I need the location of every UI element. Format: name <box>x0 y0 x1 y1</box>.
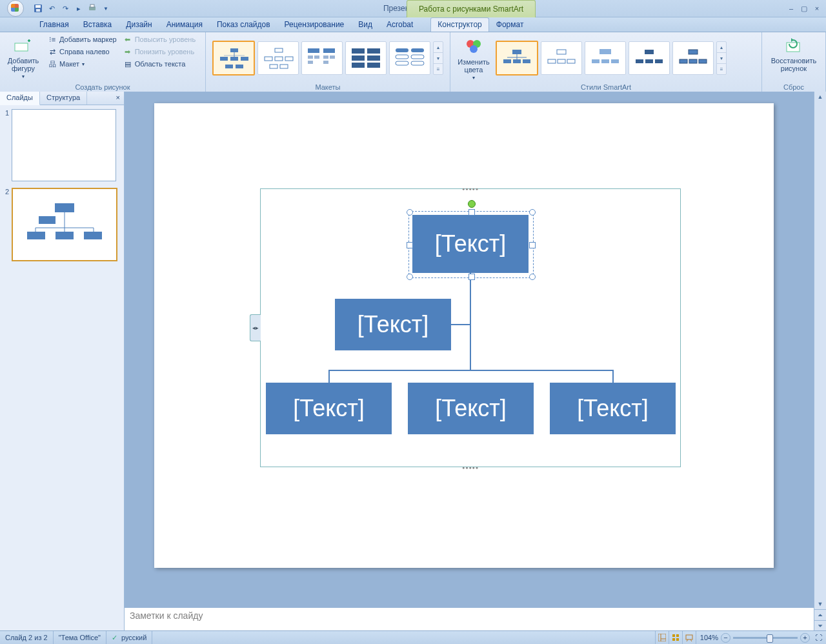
svg-rect-18 <box>270 65 277 68</box>
resize-handle[interactable] <box>407 209 413 216</box>
org-node-child[interactable]: [Текст] <box>408 383 534 434</box>
slide-canvas[interactable]: ◂▸ ●●●●● ●●●●● [Текст] [Текст] [Текст] <box>125 92 814 605</box>
normal-view-icon[interactable] <box>656 631 669 644</box>
next-slide-icon[interactable]: ⏷ <box>814 620 826 631</box>
org-node-child[interactable]: [Текст] <box>266 383 392 434</box>
slide-thumbnail[interactable] <box>12 109 116 181</box>
undo-icon[interactable]: ↶ <box>46 3 57 14</box>
connector <box>328 370 330 384</box>
fit-window-icon[interactable]: ⛶ <box>815 634 822 641</box>
sorter-view-icon[interactable] <box>669 631 683 644</box>
promote-button[interactable]: ⬅Повысить уровень <box>121 34 199 45</box>
add-bullet-button[interactable]: ⁝≡Добавить маркер <box>45 34 119 45</box>
notes-pane[interactable]: Заметки к слайду <box>125 605 814 631</box>
org-node-child[interactable]: [Текст] <box>550 383 676 434</box>
slide-thumbnail[interactable] <box>12 188 117 261</box>
text-pane-toggle[interactable]: ◂▸ <box>250 314 261 341</box>
tab-acrobat[interactable]: Acrobat <box>379 17 420 32</box>
svg-rect-14 <box>275 48 283 52</box>
tab-design[interactable]: Дизайн <box>119 17 159 32</box>
style-gallery-item[interactable] <box>541 41 582 75</box>
zoom-slider[interactable] <box>733 637 798 639</box>
layout-button[interactable]: 品Макет▾ <box>45 58 119 70</box>
svg-rect-33 <box>367 63 380 68</box>
zoom-in-button[interactable]: + <box>800 633 810 643</box>
zoom-out-button[interactable]: − <box>721 633 730 643</box>
style-gallery-item[interactable] <box>496 41 538 75</box>
canvas-area: ◂▸ ●●●●● ●●●●● [Текст] [Текст] [Текст] <box>125 92 814 631</box>
resize-handle[interactable] <box>407 242 413 248</box>
layout-gallery-item[interactable] <box>257 41 299 75</box>
layout-gallery-item[interactable] <box>212 41 255 75</box>
close-button[interactable]: × <box>812 5 822 13</box>
print-preview-icon[interactable] <box>86 3 98 14</box>
tab-review[interactable]: Рецензирование <box>277 17 352 32</box>
svg-rect-57 <box>645 50 654 54</box>
tab-insert[interactable]: Вставка <box>76 17 119 32</box>
group-create-graphic: Добавить фигуру▾ ⁝≡Добавить маркер ⇄Спра… <box>0 32 206 93</box>
tab-animations[interactable]: Анимация <box>159 17 210 32</box>
tab-smartart-design[interactable]: Конструктор <box>430 17 489 32</box>
status-theme: "Тема Office" <box>54 631 106 644</box>
svg-rect-80 <box>676 634 679 637</box>
office-button[interactable] <box>3 0 28 17</box>
resize-handle[interactable] <box>529 274 536 280</box>
demote-button[interactable]: ➡Понизить уровень <box>121 46 199 57</box>
status-language[interactable]: ✓русский <box>106 631 152 644</box>
style-gallery-scroll[interactable]: ▴▾≡ <box>716 41 727 75</box>
prev-slide-icon[interactable]: ⏶ <box>814 609 826 620</box>
rotate-handle[interactable] <box>468 200 476 208</box>
vertical-scrollbar[interactable]: ▲ ▼ ⏶ ⏷ <box>814 92 826 631</box>
svg-rect-37 <box>411 55 424 59</box>
layout-gallery-item[interactable] <box>389 41 430 75</box>
svg-rect-79 <box>672 634 675 637</box>
zoom-level[interactable]: 104% <box>700 634 718 641</box>
resize-handle[interactable] <box>468 274 475 280</box>
tab-slideshow[interactable]: Показ слайдов <box>210 17 277 32</box>
scroll-up-icon[interactable]: ▲ <box>814 92 826 102</box>
tab-home[interactable]: Главная <box>32 17 76 32</box>
smartart-frame[interactable]: ◂▸ ●●●●● ●●●●● [Текст] [Текст] [Текст] <box>260 188 681 467</box>
save-icon[interactable] <box>32 3 44 14</box>
slideshow-view-icon[interactable] <box>683 631 696 644</box>
resize-handle[interactable] <box>468 209 475 216</box>
panel-close-icon[interactable]: × <box>112 92 124 105</box>
style-gallery-item[interactable] <box>585 41 626 75</box>
qat-dropdown-icon[interactable]: ▼ <box>100 3 112 14</box>
resize-handle[interactable] <box>529 209 536 216</box>
slides-tab[interactable]: Слайды <box>0 92 40 105</box>
outline-tab[interactable]: Структура <box>40 92 87 105</box>
layout-gallery-item[interactable] <box>301 41 343 75</box>
svg-rect-20 <box>308 48 319 53</box>
svg-rect-7 <box>220 57 228 61</box>
svg-rect-74 <box>55 232 74 239</box>
resize-handle[interactable] <box>407 274 413 280</box>
style-gallery-item[interactable] <box>629 41 670 75</box>
rtl-button[interactable]: ⇄Справа налево <box>45 46 119 57</box>
add-shape-button[interactable]: Добавить фигуру▾ <box>3 34 44 81</box>
org-node-assistant[interactable]: [Текст] <box>335 299 451 350</box>
layout-gallery-scroll[interactable]: ▴▾≡ <box>433 41 443 75</box>
text-pane-button[interactable]: ▤Область текста <box>121 58 199 70</box>
scroll-down-icon[interactable]: ▼ <box>814 599 826 609</box>
reset-graphic-button[interactable]: Восстановить рисунок <box>765 34 822 74</box>
contextual-tab-label: Работа с рисунками SmartArt <box>407 0 536 17</box>
thumb-number: 2 <box>3 188 9 261</box>
slide[interactable]: ◂▸ ●●●●● ●●●●● [Текст] [Текст] [Текст] <box>154 103 774 568</box>
style-gallery-item[interactable] <box>672 41 714 75</box>
redo-icon[interactable]: ↷ <box>59 3 71 14</box>
change-colors-button[interactable]: Изменить цвета▾ <box>453 35 494 82</box>
status-slide-number: Слайд 2 из 2 <box>0 631 54 644</box>
minimize-button[interactable]: – <box>786 5 796 13</box>
zoom-controls: 104% − + ⛶ <box>696 633 826 643</box>
layout-gallery-item[interactable] <box>345 41 387 75</box>
zoom-thumb[interactable] <box>767 634 773 643</box>
svg-rect-26 <box>308 61 313 64</box>
svg-rect-15 <box>265 57 272 61</box>
tab-smartart-format[interactable]: Формат <box>489 17 531 32</box>
restore-button[interactable]: ▢ <box>799 5 809 13</box>
resize-handle[interactable] <box>529 242 536 248</box>
text-pane-icon: ▤ <box>123 59 132 68</box>
tab-view[interactable]: Вид <box>351 17 379 32</box>
slideshow-icon[interactable]: ▸ <box>73 3 85 14</box>
